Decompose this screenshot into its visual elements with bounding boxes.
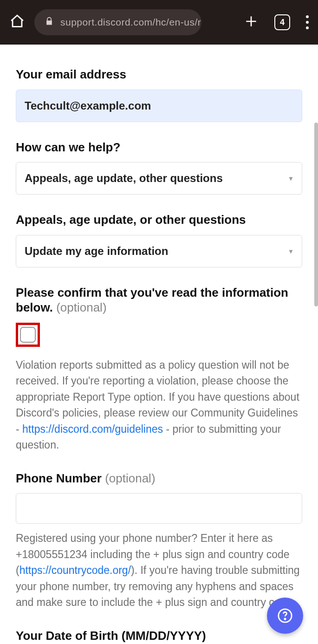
tab-switcher-button[interactable]: 4	[274, 14, 290, 30]
lock-icon	[45, 17, 54, 28]
browser-menu-icon[interactable]	[306, 15, 309, 29]
help-select[interactable]: Appeals, age update, other questions	[16, 162, 302, 195]
category-field-group: Appeals, age update, or other questions …	[16, 212, 302, 267]
phone-input[interactable]	[16, 493, 302, 524]
phone-optional: (optional)	[105, 471, 155, 485]
confirm-label: Please confirm that you've read the info…	[16, 285, 302, 315]
confirm-field-group: Please confirm that you've read the info…	[16, 285, 302, 453]
help-label: How can we help?	[16, 140, 302, 155]
home-icon[interactable]	[9, 13, 25, 31]
scrollbar[interactable]	[314, 123, 318, 306]
email-label: Your email address	[16, 67, 302, 82]
confirm-checkbox[interactable]	[20, 327, 36, 343]
dob-label: Your Date of Birth (MM/DD/YYYY)	[16, 628, 302, 644]
confirm-help-text: Violation reports submitted as a policy …	[16, 357, 302, 453]
help-fab-button[interactable]	[267, 598, 303, 634]
browser-top-bar: support.discord.com/hc/en-us/requ 4	[0, 0, 318, 45]
phone-field-group: Phone Number (optional) Registered using…	[16, 471, 302, 611]
svg-point-1	[285, 618, 286, 619]
tab-count: 4	[280, 18, 285, 27]
help-field-group: How can we help? Appeals, age update, ot…	[16, 140, 302, 195]
category-label: Appeals, age update, or other questions	[16, 212, 302, 228]
phone-label: Phone Number (optional)	[16, 471, 302, 486]
new-tab-icon[interactable]	[244, 14, 259, 31]
guidelines-link[interactable]: https://discord.com/guidelines	[22, 423, 163, 435]
form-content: Your email address Techcult@example.com …	[0, 45, 318, 643]
phone-help-text: Registered using your phone number? Ente…	[16, 530, 302, 611]
confirm-checkbox-highlight	[16, 323, 40, 347]
email-input[interactable]: Techcult@example.com	[16, 90, 302, 122]
url-bar[interactable]: support.discord.com/hc/en-us/requ	[34, 9, 201, 35]
category-select[interactable]: Update my age information	[16, 235, 302, 267]
phone-label-text: Phone Number	[16, 471, 105, 485]
confirm-optional: (optional)	[56, 300, 106, 314]
dob-field-group: Your Date of Birth (MM/DD/YYYY)	[16, 628, 302, 644]
email-field-group: Your email address Techcult@example.com	[16, 67, 302, 122]
countrycode-link[interactable]: https://countrycode.org/	[19, 564, 131, 576]
url-text: support.discord.com/hc/en-us/requ	[60, 17, 201, 28]
